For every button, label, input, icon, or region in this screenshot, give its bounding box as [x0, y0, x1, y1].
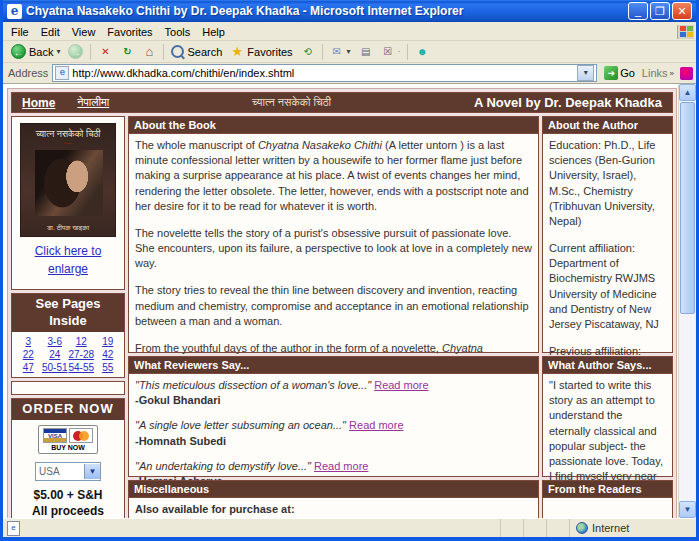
menu-favorites[interactable]: Favorites [101, 25, 158, 39]
menu-tools[interactable]: Tools [159, 25, 197, 39]
page-links-grid: 3 3-6 12 19 22 24 27-28 42 47 50-51 54-5 [12, 332, 124, 377]
back-icon: ← [11, 44, 26, 59]
forward-button[interactable]: → [64, 42, 87, 61]
author-says-title: What Author Says... [543, 357, 672, 374]
status-bar: e Internet [3, 518, 696, 537]
history-button[interactable]: ⟲ [297, 42, 319, 61]
select-arrow-icon[interactable]: ▼ [84, 464, 100, 479]
menu-file[interactable]: File [5, 25, 35, 39]
readers-title: From the Readers [543, 481, 672, 498]
menu-help[interactable]: Help [196, 25, 231, 39]
mail-button[interactable]: ✉ ▾ [326, 42, 355, 61]
search-button[interactable]: Search [167, 42, 226, 61]
browser-window: e Chyatna Nasakeko Chithi by Dr. Deepak … [0, 0, 699, 541]
spacer-cell [11, 381, 125, 395]
scroll-down-icon[interactable]: ▼ [679, 501, 696, 518]
review-read-more-link[interactable]: Read more [374, 379, 428, 391]
page-link[interactable]: 47 [15, 362, 42, 373]
menu-view[interactable]: View [66, 25, 102, 39]
address-label: Address [6, 67, 48, 79]
status-zone-label: Internet [592, 522, 629, 534]
refresh-button[interactable]: ↻ [116, 42, 138, 61]
status-cell [523, 519, 546, 537]
page-link[interactable]: 12 [68, 336, 95, 347]
buy-now-label: BUY NOW [43, 444, 93, 451]
home-link[interactable]: Home [22, 96, 55, 110]
print-button[interactable]: ▤ [355, 42, 377, 61]
page-link[interactable]: 27-28 [68, 349, 95, 360]
page-link[interactable]: 19 [95, 336, 122, 347]
mail-dropdown-icon[interactable]: ▾ [347, 47, 351, 56]
miscellaneous-body: Also available for purchase at: Ratna Pu… [129, 498, 538, 518]
minimize-button[interactable]: _ [628, 2, 648, 20]
edit-dropdown-icon[interactable]: · [398, 47, 401, 56]
address-input[interactable] [72, 66, 574, 80]
page-link[interactable]: 42 [95, 349, 122, 360]
status-cell [500, 519, 523, 537]
edit-button[interactable]: ☒· [377, 42, 405, 61]
menu-edit[interactable]: Edit [35, 25, 66, 39]
page-link[interactable]: 3-6 [42, 336, 69, 347]
web-page: Home नेपालीमा च्यात्न नसकेको चिठी A Nove… [3, 84, 678, 518]
miscellaneous-title: Miscellaneous [129, 481, 538, 498]
country-selected-value: USA [36, 466, 84, 477]
go-button[interactable]: ➜ Go [601, 66, 638, 80]
back-dropdown-icon[interactable]: ▾ [56, 47, 60, 56]
back-button[interactable]: ← Back ▾ [7, 42, 64, 61]
favorites-star-icon: ★ [230, 45, 244, 59]
stop-icon: ✕ [98, 45, 112, 59]
page-link[interactable]: 54-55 [68, 362, 95, 373]
country-select[interactable]: USA ▼ [35, 462, 101, 481]
go-icon: ➜ [604, 66, 618, 80]
page-link[interactable]: 50-51 [42, 362, 69, 373]
author-says-section: What Author Says... "I started to write … [542, 356, 673, 477]
left-sidebar: च्यात्न नसकेको चिठी ····· डा. दीपक खड्का… [11, 116, 125, 518]
review-read-more-link[interactable]: Read more [349, 419, 403, 431]
edit-icon: ☒ [381, 45, 395, 59]
addon-icon[interactable] [680, 67, 693, 80]
buy-now-button[interactable]: VISA BUY NOW [38, 425, 98, 454]
internet-globe-icon [576, 522, 588, 534]
print-icon: ▤ [359, 45, 373, 59]
history-icon: ⟲ [301, 45, 315, 59]
ie-app-icon: e [7, 4, 22, 19]
page-link[interactable]: 22 [15, 349, 42, 360]
reviewers-section: What Reviewers Say... "This meticulous d… [128, 356, 539, 477]
address-dropdown-icon[interactable]: ▾ [577, 65, 594, 81]
messenger-button[interactable]: ☻ [411, 42, 433, 61]
about-author-section: About the Author Education: Ph.D., Life … [542, 116, 673, 353]
links-menu[interactable]: Links » [642, 67, 676, 79]
go-label: Go [620, 67, 635, 79]
stop-button[interactable]: ✕ [94, 42, 116, 61]
messenger-icon: ☻ [415, 45, 429, 59]
address-field[interactable]: e ▾ [52, 64, 597, 82]
book-cover-cell: च्यात्न नसकेको चिठी ····· डा. दीपक खड्का… [11, 116, 125, 290]
status-zone-panel: Internet [569, 519, 696, 537]
status-left-panel: e [3, 519, 500, 537]
favorites-button[interactable]: ★ Favorites [226, 42, 296, 61]
price-text: $5.00 + S&H All proceeds go to this char… [12, 485, 124, 518]
nepali-version-link[interactable]: नेपालीमा [77, 96, 109, 109]
scroll-up-icon[interactable]: ▲ [679, 84, 696, 101]
site-title-nepali: च्यात्न नसकेको चिठी [109, 96, 474, 109]
home-button[interactable]: ⌂ [138, 42, 160, 61]
links-label: Links [642, 67, 668, 79]
scrollbar-thumb[interactable] [680, 102, 695, 314]
page-link[interactable]: 24 [42, 349, 69, 360]
window-title: Chyatna Nasakeko Chithi by Dr. Deepak Kh… [26, 4, 626, 18]
page-link[interactable]: 55 [95, 362, 122, 373]
order-now-box: ORDER NOW VISA BUY NOW [11, 398, 125, 518]
vertical-scrollbar[interactable]: ▲ ▼ [678, 84, 696, 518]
book-cover-image[interactable]: च्यात्न नसकेको चिठी ····· डा. दीपक खड्का [20, 123, 116, 237]
review-item: "A single love letter subsuming an ocean… [135, 418, 532, 448]
about-book-title: About the Book [129, 117, 538, 134]
enlarge-link[interactable]: Click here to enlarge [35, 244, 102, 276]
maximize-button[interactable]: ❐ [650, 2, 670, 20]
navigation-toolbar: ← Back ▾ → ✕ ↻ ⌂ Search ★ Favorites ⟲ ✉ … [3, 41, 696, 63]
close-button[interactable]: ✕ [672, 2, 692, 20]
review-item: "This meticulous dissection of a woman's… [135, 378, 532, 408]
page-link[interactable]: 3 [15, 336, 42, 347]
mail-icon: ✉ [330, 45, 344, 59]
status-cell [546, 519, 569, 537]
review-read-more-link[interactable]: Read more [314, 460, 368, 472]
